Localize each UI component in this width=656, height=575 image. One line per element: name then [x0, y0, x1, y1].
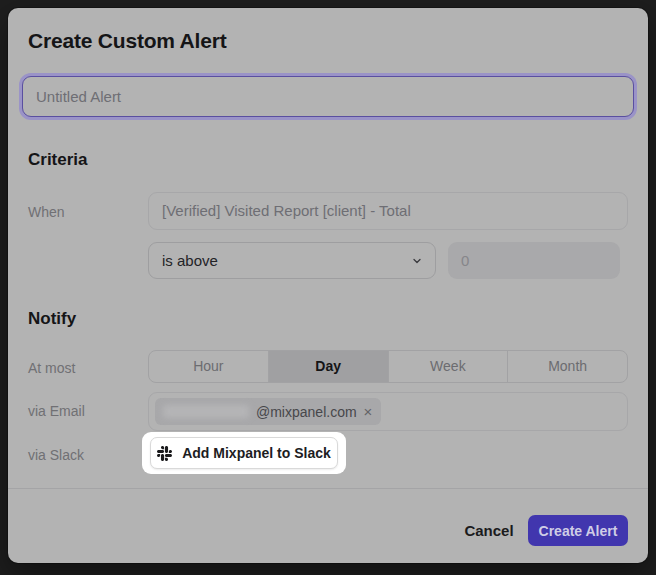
frequency-option-hour[interactable]: Hour [149, 351, 268, 382]
email-domain-text: @mixpanel.com [256, 404, 357, 420]
notify-heading: Notify [28, 309, 76, 329]
alert-name-input[interactable] [22, 76, 634, 117]
via-email-label: via Email [28, 403, 85, 419]
email-recipient-chip: @mixpanel.com × [155, 398, 381, 425]
slack-button-label: Add Mixpanel to Slack [182, 445, 331, 461]
create-custom-alert-modal: Create Custom Alert Criteria When [Verif… [8, 8, 648, 563]
cancel-button[interactable]: Cancel [453, 515, 525, 546]
remove-email-icon[interactable]: × [364, 404, 373, 419]
condition-dropdown[interactable]: is above [148, 242, 436, 279]
when-label: When [28, 204, 65, 220]
create-alert-button[interactable]: Create Alert [528, 515, 628, 546]
condition-dropdown-value: is above [162, 252, 218, 269]
redacted-email-username [163, 405, 249, 418]
at-most-label: At most [28, 360, 75, 376]
frequency-option-month[interactable]: Month [507, 351, 627, 382]
add-mixpanel-to-slack-button[interactable]: Add Mixpanel to Slack [150, 437, 338, 469]
frequency-option-week[interactable]: Week [388, 351, 508, 382]
slack-icon [157, 446, 172, 461]
footer-divider [8, 488, 648, 489]
modal-title: Create Custom Alert [28, 29, 226, 53]
frequency-option-day[interactable]: Day [268, 351, 388, 382]
frequency-segmented-control: Hour Day Week Month [148, 350, 628, 383]
threshold-input[interactable]: 0 [448, 242, 620, 279]
when-event-field[interactable]: [Verified] Visited Report [client] - Tot… [148, 192, 628, 230]
slack-button-spotlight: Add Mixpanel to Slack [142, 432, 346, 474]
via-slack-label: via Slack [28, 447, 84, 463]
email-recipients-input[interactable]: @mixpanel.com × [148, 392, 628, 431]
criteria-heading: Criteria [28, 150, 88, 170]
chevron-down-icon [411, 255, 423, 267]
